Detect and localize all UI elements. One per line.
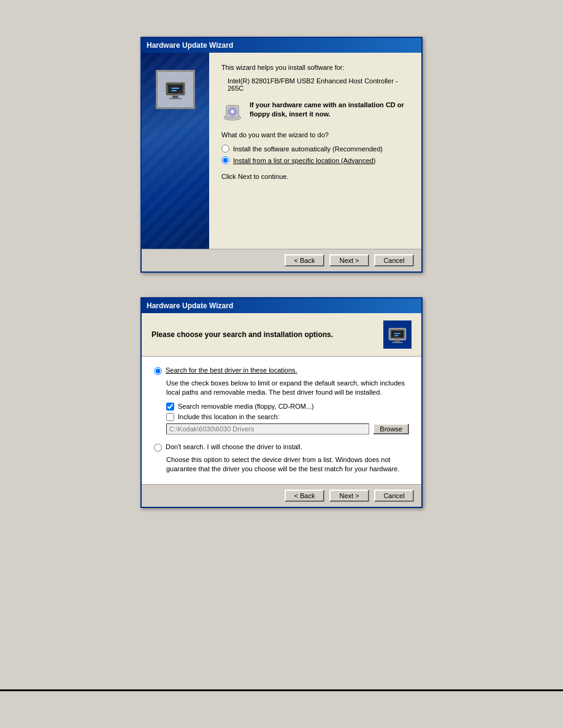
wizard2-body: Please choose your search and installati… bbox=[142, 313, 421, 484]
wizard1-intro: This wizard helps you install software f… bbox=[221, 64, 409, 71]
wizard1-body: This wizard helps you install software f… bbox=[142, 53, 421, 249]
wizard1-footer: < Back Next > Cancel bbox=[142, 249, 421, 271]
wizard1-cd-text: If your hardware came with an installati… bbox=[250, 100, 409, 119]
sidebar-pattern bbox=[142, 53, 209, 249]
wizard1-sidebar bbox=[142, 53, 209, 249]
wizard2-window: Hardware Update Wizard Please choose you… bbox=[140, 297, 423, 508]
wizard2-location-input-row: Browse bbox=[166, 423, 409, 434]
wizard2-removable-checkbox[interactable] bbox=[166, 403, 174, 411]
wizard1-window: Hardware Update Wizard bbox=[140, 37, 423, 273]
wizard2-next-button[interactable]: Next > bbox=[329, 490, 369, 502]
cd-svg bbox=[221, 100, 243, 123]
wizard2-titlebar: Hardware Update Wizard bbox=[142, 298, 421, 313]
wizard2-search-radio[interactable] bbox=[154, 367, 162, 375]
svg-point-9 bbox=[231, 110, 234, 113]
wizard1-title: Hardware Update Wizard bbox=[147, 41, 233, 50]
svg-rect-11 bbox=[391, 330, 404, 338]
wizard1-option2-radio[interactable] bbox=[221, 156, 229, 164]
wizard1-content: This wizard helps you install software f… bbox=[209, 53, 421, 249]
wizard1-device: Intel(R) 82801FB/FBM USB2 Enhanced Host … bbox=[228, 77, 409, 92]
wizard2-location-row: Include this location in the search: bbox=[166, 413, 409, 421]
wizard1-titlebar: Hardware Update Wizard bbox=[142, 38, 421, 53]
wizard2-search-label[interactable]: Search for the best driver in these loca… bbox=[166, 366, 297, 374]
wizard1-back-button[interactable]: < Back bbox=[285, 254, 324, 267]
wizard2-footer: < Back Next > Cancel bbox=[142, 484, 421, 507]
wizard2-dont-search-label[interactable]: Don't search. I will choose the driver t… bbox=[166, 443, 302, 450]
wizard1-next-button[interactable]: Next > bbox=[329, 254, 369, 267]
bottom-divider bbox=[0, 689, 563, 691]
wizard2-dont-search-desc: Choose this option to select the device … bbox=[166, 455, 409, 474]
wizard2-removable-row: Search removable media (floppy, CD-ROM..… bbox=[166, 403, 409, 411]
svg-rect-12 bbox=[395, 340, 400, 342]
wizard1-option2-label[interactable]: Install from a list or specific location… bbox=[233, 157, 375, 164]
wizard2-title: Hardware Update Wizard bbox=[147, 301, 233, 310]
wizard2-dont-search-row: Don't search. I will choose the driver t… bbox=[154, 443, 409, 452]
wizard1-cd-section: If your hardware came with an installati… bbox=[221, 100, 409, 123]
wizard2-cancel-button[interactable]: Cancel bbox=[374, 490, 414, 502]
wizard2-header: Please choose your search and installati… bbox=[142, 313, 421, 357]
cd-icon bbox=[221, 100, 243, 123]
wizard2-back-button[interactable]: < Back bbox=[285, 490, 324, 502]
wizard1-option1-radio[interactable] bbox=[221, 145, 229, 153]
wizard2-browse-button[interactable]: Browse bbox=[373, 423, 409, 434]
wizard2-location-checkbox[interactable] bbox=[166, 413, 174, 421]
wizard2-dont-search-radio[interactable] bbox=[154, 444, 162, 452]
wizard2-hw-icon bbox=[387, 324, 408, 345]
wizard1-click-text: Click Next to continue. bbox=[221, 173, 409, 180]
wizard1-option1-row: Install the software automatically (Reco… bbox=[221, 145, 409, 153]
wizard2-removable-label[interactable]: Search removable media (floppy, CD-ROM..… bbox=[178, 403, 314, 410]
wizard1-option1-label[interactable]: Install the software automatically (Reco… bbox=[233, 145, 383, 153]
wizard2-dont-search-section: Don't search. I will choose the driver t… bbox=[154, 443, 409, 474]
search-options-section: Search for the best driver in these loca… bbox=[154, 366, 409, 434]
wizard2-location-label[interactable]: Include this location in the search: bbox=[178, 413, 280, 420]
wizard2-header-icon bbox=[383, 320, 412, 349]
wizard2-location-input[interactable] bbox=[166, 423, 369, 434]
wizard2-content: Search for the best driver in these loca… bbox=[142, 357, 421, 484]
wizard1-what: What do you want the wizard to do? bbox=[221, 131, 409, 138]
svg-rect-13 bbox=[393, 342, 403, 343]
wizard2-header-text: Please choose your search and installati… bbox=[151, 330, 333, 339]
wizard2-search-desc: Use the check boxes below to limit or ex… bbox=[166, 379, 409, 398]
wizard1-cancel-button[interactable]: Cancel bbox=[374, 254, 414, 267]
wizard2-search-option-row: Search for the best driver in these loca… bbox=[154, 366, 409, 375]
wizard1-option2-row: Install from a list or specific location… bbox=[221, 156, 409, 164]
wizard1-sidebar-image bbox=[142, 53, 209, 249]
